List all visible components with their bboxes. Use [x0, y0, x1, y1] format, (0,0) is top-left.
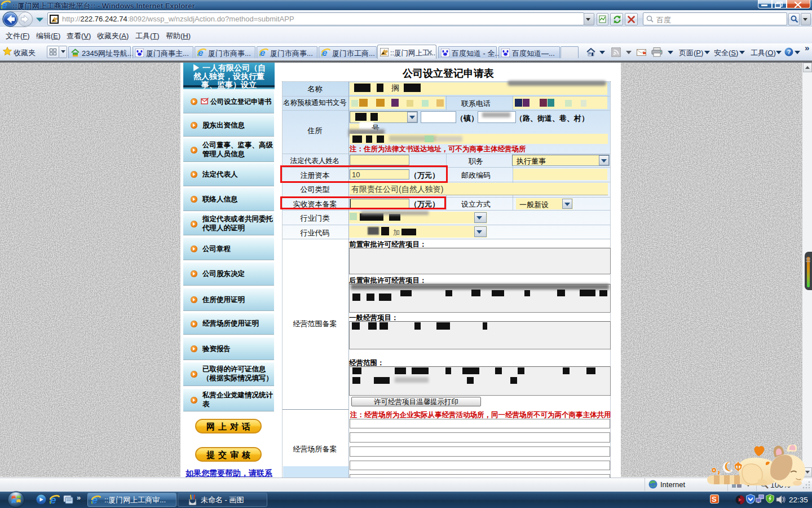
- svg-text:?: ?: [787, 49, 791, 55]
